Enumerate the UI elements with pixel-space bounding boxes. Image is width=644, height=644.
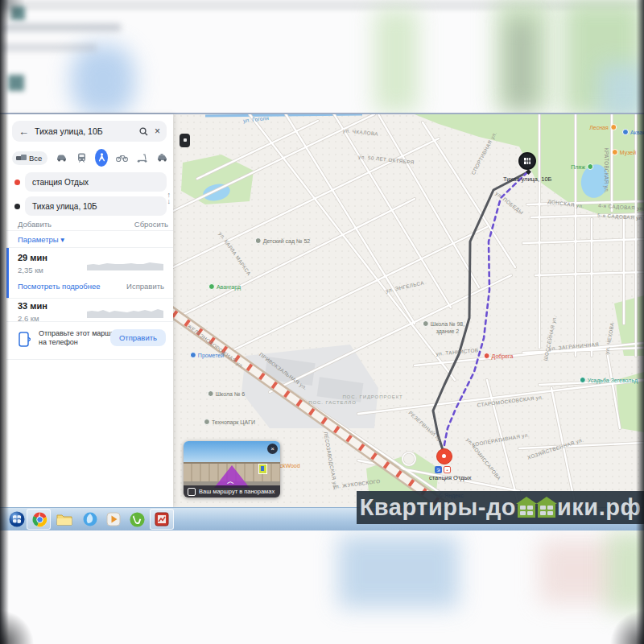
close-icon[interactable]: ×: [155, 126, 160, 137]
selected-route-indicator: [6, 248, 9, 298]
panorama-caption-bar: Ваш маршрут в панорамах: [184, 485, 280, 497]
search-input[interactable]: Тихая улица, 10Б: [35, 126, 133, 136]
vehicles-icon: [16, 155, 27, 162]
panorama-icon: [188, 488, 196, 496]
yandex-maps-window: ← Тихая улица, 10Б × Все: [0, 114, 644, 530]
route-details-link[interactable]: Посмотреть подробнее: [18, 282, 101, 291]
watermark-prefix: Квартиры-до: [360, 494, 516, 521]
mode-car[interactable]: [55, 149, 68, 167]
mode-bike[interactable]: [115, 149, 128, 167]
mode-transit[interactable]: [75, 149, 88, 167]
add-waypoint-button[interactable]: Добавить: [18, 220, 52, 229]
routes-sidebar: ← Тихая улица, 10Б × Все: [6, 114, 173, 507]
destination-pin[interactable]: [518, 152, 536, 170]
route-distance: 2,35 км: [18, 266, 43, 275]
route-time: 33 мин: [18, 301, 47, 311]
back-icon[interactable]: ←: [19, 126, 29, 138]
house-icon: [538, 502, 555, 518]
route-option-1[interactable]: 29 мин 2,35 км Посмотреть подробнее Испр…: [6, 248, 173, 298]
building-icon: [523, 157, 531, 165]
waypoint-from-row: станция Отдых: [12, 172, 173, 192]
chrome-icon[interactable]: [31, 510, 48, 528]
send-to-phone-block: Отправьте этот маршрутна телефон Отправи…: [6, 322, 173, 359]
poi-marker[interactable]: [180, 134, 190, 147]
panorama-close-icon[interactable]: ×: [267, 444, 278, 454]
panorama-sky: [184, 441, 280, 462]
mode-taxi[interactable]: [155, 149, 168, 167]
media-player-icon[interactable]: [105, 510, 122, 528]
params-toggle[interactable]: Параметры ▾: [18, 235, 64, 244]
panorama-caption: Ваш маршрут в панорамах: [199, 488, 275, 495]
search-bar[interactable]: ← Тихая улица, 10Б ×: [12, 121, 167, 142]
start-button[interactable]: [8, 510, 26, 528]
house-icon: [518, 502, 535, 518]
reset-button[interactable]: Сбросить: [134, 220, 168, 229]
divider: [6, 359, 173, 360]
photo-of-screen: { "sidebar": { "search": { "query": "Тих…: [0, 0, 644, 644]
map-canvas[interactable]: ул. Гоголяул. ЧКАЛОВАул. 50 ЛЕТ ОКТЯБРЯС…: [173, 114, 644, 507]
route-elevation-chart: [87, 258, 163, 270]
divider: [6, 230, 173, 231]
transport-mode-tabs: Все: [12, 148, 168, 167]
station-transit-badges: Э •: [435, 466, 451, 473]
mode-pedestrian-selected[interactable]: [95, 149, 108, 167]
bus-badge-icon: •: [444, 466, 451, 473]
mode-scooter[interactable]: [135, 149, 148, 167]
mode-all[interactable]: Все: [12, 151, 47, 165]
origin-dot-icon: [14, 180, 20, 185]
daemon-tools-icon[interactable]: [81, 510, 99, 528]
train-badge-icon: Э: [435, 466, 442, 473]
destination-input[interactable]: Тихая улица, 10Б: [25, 196, 167, 216]
send-to-phone-text: Отправьте этот маршрутна телефон: [39, 329, 122, 347]
watermark-suffix: ики.рф: [557, 494, 641, 521]
search-icon[interactable]: [139, 127, 148, 136]
destination-dot-icon: [14, 204, 20, 209]
panorama-preview[interactable]: ︿ Ваш маршрут в панорамах ×: [184, 441, 280, 497]
route-fix-link[interactable]: Исправить: [126, 282, 164, 291]
utorrent-icon[interactable]: [128, 510, 146, 528]
waypoint-to-row: Тихая улица, 10Б: [12, 196, 173, 216]
route-option-2[interactable]: 33 мин 2,6 км: [6, 299, 173, 321]
swap-waypoints-icon[interactable]: ↑↓: [167, 192, 171, 204]
phone-icon: [18, 332, 31, 349]
crosswalk-sign: [258, 464, 267, 474]
origin-input[interactable]: станция Отдых: [25, 172, 167, 192]
origin-map-label: станция Отдых: [429, 474, 472, 481]
destination-map-label: Тихая улица, 10Б: [503, 175, 551, 183]
route-elevation-chart: [87, 305, 163, 318]
watermark-banner: Квартиры-до ики.рф: [357, 491, 644, 524]
route-time: 29 мин: [18, 253, 47, 262]
red-app-icon[interactable]: [153, 510, 171, 528]
send-button[interactable]: Отправить: [110, 329, 166, 346]
folder-icon[interactable]: [56, 510, 73, 528]
origin-pin[interactable]: [436, 448, 452, 464]
